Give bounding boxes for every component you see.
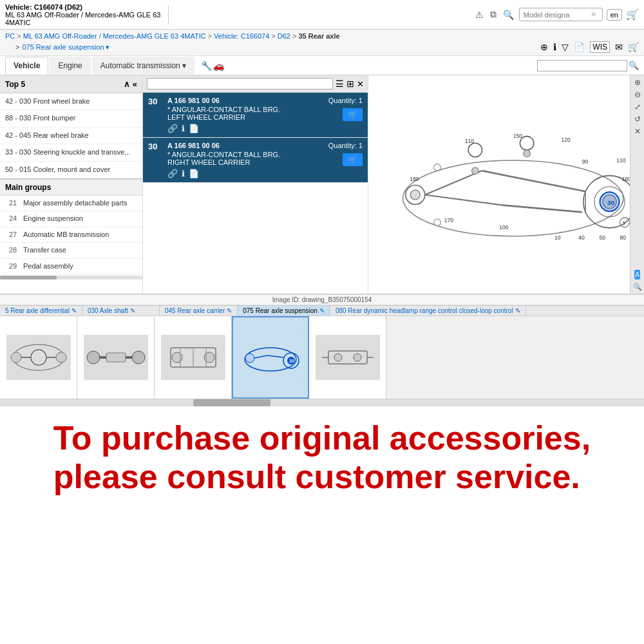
breadcrumb-gle63[interactable]: Mercedes-AMG GLE 63 4MATIC <box>103 32 206 40</box>
thumb-axle-shaft[interactable] <box>77 316 155 399</box>
breadcrumb-suspension-link[interactable]: 075 Rear axle suspension ▾ <box>22 43 109 52</box>
parts-close-icon[interactable]: ✕ <box>357 79 364 89</box>
thumb-rear-axle-diff[interactable] <box>0 316 77 399</box>
sidebar-group-engine-suspension[interactable]: 24 Engine suspension <box>0 211 142 227</box>
breadcrumb-pc[interactable]: PC <box>5 32 15 40</box>
svg-rect-43 <box>106 353 126 362</box>
right-bottom-icon[interactable]: A <box>634 270 640 279</box>
language-button[interactable]: en <box>607 9 622 21</box>
parts-list-icon[interactable]: ☰ <box>336 79 344 89</box>
info-toolbar-icon[interactable]: ℹ <box>553 42 556 52</box>
part-info-icon-2[interactable]: ℹ <box>182 169 185 178</box>
breadcrumb-d62[interactable]: D62 <box>278 32 290 40</box>
svg-text:110: 110 <box>465 138 475 144</box>
parts-grid-icon[interactable]: ⊞ <box>346 79 354 89</box>
doc-toolbar-icon[interactable]: 📄 <box>574 42 585 52</box>
wis-toolbar-icon[interactable]: WIS <box>590 41 610 53</box>
tab-automatic-transmission[interactable]: Automatic transmission ▾ <box>92 57 194 74</box>
sidebar-group-pedal-assembly[interactable]: 29 Pedal assembly <box>0 259 142 274</box>
tab-car-icon[interactable]: 🚗 <box>213 61 224 71</box>
part-details-2: A 166 981 00 06 * ANGULAR-CONTACT BALL B… <box>167 142 323 166</box>
svg-point-52 <box>245 354 254 363</box>
sidebar-group-transfer-case[interactable]: 28 Transfer case <box>0 243 142 258</box>
promo-text: To purchase original accessories, please… <box>53 419 591 497</box>
mail-toolbar-icon[interactable]: ✉ <box>615 42 623 52</box>
sidebar-item-steering-knuckle[interactable]: 33 - 030 Steering knuckle and transve... <box>0 144 142 161</box>
thumb-label-rear-axle-carrier[interactable]: 045 Rear axle carrier ✎ <box>160 306 238 316</box>
cart-header-icon[interactable]: 🛒 <box>626 8 639 21</box>
thumb-edit-icon-5: ✎ <box>515 307 520 314</box>
breadcrumb-rear-axle: 35 Rear axle <box>298 32 339 40</box>
thumb-rear-dynamic[interactable] <box>309 316 386 399</box>
warning-icon[interactable]: ⚠ <box>474 8 485 21</box>
part-cart-button-2[interactable]: 🛒 <box>343 153 363 166</box>
part-doc-icon-2[interactable]: 📄 <box>189 169 199 178</box>
svg-text:120: 120 <box>562 137 571 143</box>
sidebar-item-cooler[interactable]: 50 - 015 Cooler, mount and cover <box>0 162 142 178</box>
right-close-icon[interactable]: ✕ <box>634 127 641 136</box>
part-info-icon-1[interactable]: ℹ <box>182 124 185 133</box>
model-search-box[interactable]: ✕ <box>519 8 603 21</box>
thumb-edit-icon-2: ✎ <box>130 307 135 314</box>
thumb-label-axle-shaft[interactable]: 030 Axle shaft ✎ <box>82 306 160 316</box>
search-header-icon[interactable]: 🔍 <box>502 8 515 21</box>
sidebar-item-rear-wheel-brake[interactable]: 42 - 045 Rear wheel brake <box>0 128 142 144</box>
parts-diagram[interactable]: 30 <box>368 75 644 294</box>
right-rotate-icon[interactable]: ↺ <box>634 115 641 124</box>
right-zoom-in-icon[interactable]: ⊕ <box>634 78 641 87</box>
promo-section: To purchase original accessories, please… <box>0 406 644 503</box>
sidebar-group-major-assembly[interactable]: 21 Major assembly detachable parts <box>0 196 142 211</box>
copy-icon[interactable]: ⧉ <box>489 8 498 21</box>
part-doc-icon-1[interactable]: 📄 <box>189 124 199 133</box>
promo-line1: To purchase original accessories, <box>53 419 591 457</box>
breadcrumb-vehicle[interactable]: Vehicle: C166074 <box>214 32 269 40</box>
thumb-label-rear-axle-diff[interactable]: 5 Rear axle differential ✎ <box>0 306 82 316</box>
sidebar-minimize-icon[interactable]: « <box>133 79 137 89</box>
svg-point-59 <box>354 354 361 361</box>
sidebar-item-front-wheel-brake[interactable]: 42 - 030 Front wheel brake <box>0 93 142 110</box>
right-fit-icon[interactable]: ⤢ <box>634 102 641 111</box>
part-name-2: * ANGULAR-CONTACT BALL BRG.RIGHT WHEEL C… <box>167 151 323 166</box>
svg-line-12 <box>482 171 586 191</box>
thumb-rear-axle-carrier[interactable] <box>155 316 232 399</box>
scrollbar-thumb[interactable] <box>193 399 270 406</box>
sidebar-collapse-icon[interactable]: ∧ <box>124 79 130 89</box>
svg-text:110: 110 <box>616 157 626 164</box>
tab-bar: Vehicle Engine Automatic transmission ▾ … <box>0 56 644 75</box>
model-search-input[interactable] <box>524 11 588 19</box>
right-zoom-out-icon[interactable]: ⊖ <box>634 90 641 99</box>
part-cart-button-1[interactable]: 🛒 <box>343 108 363 121</box>
part-link-icon-2[interactable]: 🔗 <box>167 169 178 178</box>
search-clear-icon[interactable]: ✕ <box>591 10 596 19</box>
zoom-in-toolbar-icon[interactable]: ⊕ <box>540 42 548 52</box>
parts-list: ☰ ⊞ ✕ 30 A 166 981 00 06 * ANGULAR-CONTA… <box>143 75 368 294</box>
breadcrumb-row: PC > ML 63 AMG Off-Roader / Mercedes-AMG… <box>5 32 639 40</box>
tab-search-icon[interactable]: 🔍 <box>629 61 639 70</box>
thumb-img-3 <box>161 335 225 380</box>
tab-search-input[interactable] <box>537 60 627 71</box>
vehicle-code: Vehicle: C166074 (D62) <box>5 3 160 11</box>
model-line1: ML 63 AMG Off-Roader / Mercedes-AMG GLE … <box>5 11 160 19</box>
right-magnify-icon[interactable]: 🔍 <box>633 283 642 291</box>
thumb-img-5 <box>316 335 380 380</box>
svg-point-7 <box>410 190 420 200</box>
sidebar-item-front-bumper[interactable]: 88 - 030 Front bumper <box>0 110 142 127</box>
part-code-1: A 166 981 00 06 <box>167 97 323 104</box>
svg-point-37 <box>56 352 66 363</box>
tab-vehicle[interactable]: Vehicle <box>5 57 48 74</box>
sidebar-group-auto-transmission[interactable]: 27 Automatic MB transmission <box>0 227 142 243</box>
breadcrumb-ml63[interactable]: ML 63 AMG Off-Roader <box>23 32 97 40</box>
parts-search-input[interactable] <box>147 78 333 90</box>
dropdown-icon[interactable]: ▾ <box>106 43 109 52</box>
thumb-rear-axle-suspension[interactable]: 30 <box>232 316 309 399</box>
tab-engine[interactable]: Engine <box>50 57 90 74</box>
part-row-2[interactable]: 30 A 166 981 00 06 * ANGULAR-CONTACT BAL… <box>143 138 368 183</box>
part-row-1[interactable]: 30 A 166 981 00 06 * ANGULAR-CONTACT BAL… <box>143 93 368 138</box>
thumb-label-rear-axle-suspension[interactable]: 075 Rear axle suspension ✎ <box>238 306 330 316</box>
horizontal-scrollbar[interactable] <box>0 399 644 406</box>
thumb-label-rear-dynamic[interactable]: 080 Rear dynamic headlamp range control … <box>330 306 526 316</box>
part-link-icon-1[interactable]: 🔗 <box>167 124 178 133</box>
cart-toolbar-icon[interactable]: 🛒 <box>628 42 639 52</box>
filter-toolbar-icon[interactable]: ▽ <box>562 42 569 52</box>
tab-wrench-icon[interactable]: 🔧 <box>201 61 212 71</box>
